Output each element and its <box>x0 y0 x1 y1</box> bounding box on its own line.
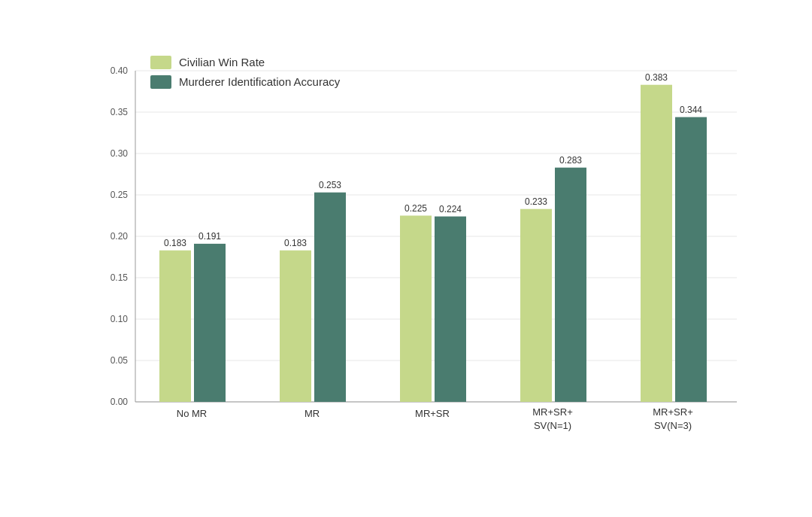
chart-container: Civilian Win Rate Murderer Identificatio… <box>30 26 782 492</box>
bar-mrsrsv3-murderer <box>675 117 707 401</box>
y-label-005: 0.05 <box>111 355 129 366</box>
label-mrsrsv3-civilian: 0.383 <box>645 72 668 83</box>
bar-mr-murderer <box>314 192 346 401</box>
bar-mrsr-civilian <box>400 215 432 402</box>
xlabel-mrsr: MR+SR <box>415 408 450 419</box>
xlabel-mrsrsv3-line2: SV(N=3) <box>654 420 692 431</box>
label-mr-civilian: 0.183 <box>284 238 307 248</box>
bar-mrsrsv1-murderer <box>555 167 586 401</box>
xlabel-mrsrsv1-line1: MR+SR+ <box>532 406 572 418</box>
bar-nomr-civilian <box>159 250 191 401</box>
label-mrsrsv3-murderer: 0.344 <box>680 105 702 115</box>
xlabel-mrsrsv3-line1: MR+SR+ <box>653 406 692 418</box>
label-nomr-civilian: 0.183 <box>164 238 186 248</box>
bar-mr-civilian <box>280 250 311 401</box>
y-label-025: 0.25 <box>111 190 129 200</box>
label-mrsr-civilian: 0.225 <box>404 203 427 214</box>
label-nomr-murderer: 0.191 <box>198 231 221 242</box>
y-label-015: 0.15 <box>111 272 129 283</box>
chart-svg: 0.40 0.35 0.30 0.25 0.20 0.15 0.10 0.05 … <box>90 56 752 432</box>
y-label-010: 0.10 <box>111 314 129 324</box>
label-mrsrsv1-civilian: 0.233 <box>525 196 547 207</box>
xlabel-mrsrsv1-line2: SV(N=1) <box>534 420 571 431</box>
y-label-000: 0.00 <box>111 397 129 407</box>
xlabel-nomr: No MR <box>177 408 207 419</box>
label-mr-murderer: 0.253 <box>319 180 341 190</box>
bar-mrsrsv3-civilian <box>641 84 672 401</box>
chart-area: 0.40 0.35 0.30 0.25 0.20 0.15 0.10 0.05 … <box>90 56 752 432</box>
y-label-035: 0.35 <box>111 107 129 117</box>
bar-mrsrsv1-civilian <box>520 208 552 401</box>
y-label-040: 0.40 <box>111 65 129 76</box>
label-mrsrsv1-murderer: 0.283 <box>559 155 582 166</box>
label-mrsr-murderer: 0.224 <box>439 204 462 214</box>
y-label-030: 0.30 <box>111 148 129 159</box>
bar-mrsr-murderer <box>435 216 466 401</box>
xlabel-mr: MR <box>304 408 320 419</box>
bar-nomr-murderer <box>194 243 226 401</box>
y-label-020: 0.20 <box>111 231 129 242</box>
